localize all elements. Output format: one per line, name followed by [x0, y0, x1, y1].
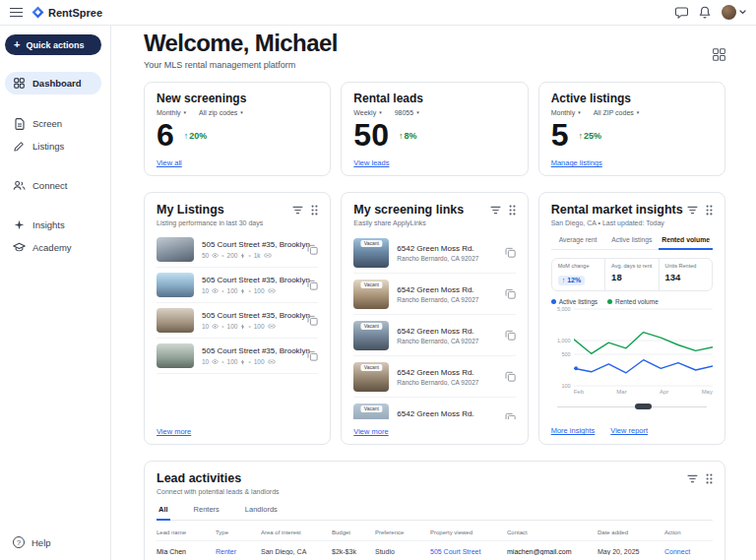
- zip-filter-dropdown[interactable]: 98055 ▾: [395, 109, 419, 116]
- copy-icon[interactable]: [505, 371, 516, 382]
- lead-contact-link[interactable]: miachen@gmail.com: [507, 548, 598, 555]
- sidebar-item-help[interactable]: ? Help: [13, 536, 51, 548]
- quick-actions-button[interactable]: + Quick actions: [5, 34, 101, 55]
- period-filter-dropdown[interactable]: Monthly ▾: [551, 109, 581, 116]
- page-subtitle: Your MLS rental management platform: [144, 60, 338, 70]
- screening-link-row[interactable]: Vacant 6542 Green Moss Rd. Rancho Bernar…: [353, 398, 515, 419]
- stat-card-link[interactable]: View leads: [353, 158, 389, 167]
- account-menu[interactable]: [722, 5, 746, 20]
- listing-row[interactable]: 505 Court Street #35, Brooklyn 10 • 100 …: [157, 303, 318, 339]
- period-filter-dropdown[interactable]: Monthly ▾: [157, 109, 186, 116]
- stat-card-link[interactable]: Manage listings: [551, 158, 602, 167]
- copy-icon[interactable]: [505, 288, 516, 299]
- property-address: 6542 Green Moss Rd.: [397, 244, 496, 253]
- chevron-down-icon: ▾: [184, 110, 187, 115]
- zip-filter-dropdown[interactable]: All zip codes ▾: [199, 109, 243, 116]
- property-city: Rancho Bernardo, CA 92027: [397, 255, 496, 262]
- drag-handle-icon[interactable]: [706, 473, 713, 484]
- card-subtitle: Listing performance in last 30 days: [157, 219, 318, 226]
- copy-icon[interactable]: [307, 244, 318, 255]
- copy-icon[interactable]: [307, 350, 318, 361]
- card-title: My screening links: [353, 203, 464, 217]
- sidebar-item-screen[interactable]: Screen: [0, 113, 110, 134]
- days-to-rent-value: 18: [611, 272, 652, 282]
- property-city: Rancho Bernardo, CA 92027: [397, 338, 496, 344]
- listing-thumbnail: [157, 343, 194, 368]
- bolt-icon: [240, 253, 245, 259]
- filter-icon[interactable]: [687, 206, 698, 215]
- screening-link-row[interactable]: Vacant 6542 Green Moss Rd. Rancho Bernar…: [353, 232, 515, 274]
- screening-link-row[interactable]: Vacant 6542 Green Moss Rd. Rancho Bernar…: [353, 274, 515, 315]
- tab-renters[interactable]: Renters: [192, 502, 221, 521]
- tab-average-rent[interactable]: Average rent: [551, 233, 605, 250]
- sparkle-icon: [13, 219, 26, 230]
- property-thumbnail: Vacant: [353, 362, 389, 392]
- property-viewed-link[interactable]: 505 Court Street: [430, 548, 507, 555]
- main-content: Welcome, Michael Your MLS rental managem…: [111, 26, 756, 560]
- period-filter-dropdown[interactable]: Weekly ▾: [353, 109, 381, 116]
- chart-legend: Active listings Rented volume: [551, 298, 713, 305]
- listing-row[interactable]: 505 Court Street #35, Brooklyn 10 • 100 …: [157, 339, 318, 374]
- brand-logo[interactable]: RentSpree: [32, 6, 102, 19]
- filter-icon[interactable]: [490, 206, 501, 215]
- filter-icon[interactable]: [687, 474, 698, 483]
- drag-handle-icon[interactable]: [311, 205, 318, 216]
- lead-name-link[interactable]: Mia Chen: [157, 548, 216, 555]
- stat-value: 5: [551, 119, 569, 153]
- bell-icon[interactable]: [699, 6, 711, 19]
- copy-icon[interactable]: [307, 280, 318, 290]
- drag-handle-icon[interactable]: [509, 205, 516, 216]
- eye-icon: [212, 324, 219, 329]
- sidebar-item-insights[interactable]: Insights: [0, 215, 110, 235]
- chevron-down-icon: ▾: [240, 110, 243, 115]
- up-arrow-icon: ↑: [562, 277, 566, 283]
- screening-rows: Vacant 6542 Green Moss Rd. Rancho Bernar…: [353, 232, 515, 419]
- chat-icon[interactable]: [675, 7, 688, 19]
- card-subtitle: Connect with potential leads & landlords: [157, 488, 713, 495]
- filter-icon[interactable]: [292, 206, 303, 215]
- view-more-link[interactable]: View more: [353, 427, 388, 436]
- sidebar-item-connect[interactable]: Connect: [0, 175, 110, 196]
- slider-track[interactable]: [557, 406, 707, 408]
- eye-icon: [212, 359, 219, 364]
- more-insights-link[interactable]: More insights: [551, 426, 596, 435]
- menu-icon[interactable]: [10, 7, 23, 18]
- stat-card: Active listings Monthly ▾ All ZIP codes …: [538, 82, 725, 176]
- drag-handle-icon[interactable]: [706, 205, 713, 216]
- tab-all[interactable]: All: [157, 502, 170, 521]
- copy-icon[interactable]: [505, 412, 516, 419]
- sidebar-item-dashboard[interactable]: Dashboard: [5, 72, 101, 94]
- zip-filter-dropdown[interactable]: All ZIP codes ▾: [594, 109, 640, 116]
- document-icon: [13, 118, 26, 130]
- copy-icon[interactable]: [505, 330, 516, 341]
- view-report-link[interactable]: View report: [610, 426, 648, 435]
- tab-active-listings[interactable]: Active listings: [604, 233, 659, 250]
- column-header: Contact: [507, 529, 598, 535]
- lead-type: Renter: [216, 548, 261, 555]
- view-more-link[interactable]: View more: [157, 427, 191, 436]
- lead-area: San Diego, CA: [261, 548, 332, 555]
- customize-dashboard-icon[interactable]: [713, 48, 725, 61]
- slider-handle[interactable]: [635, 404, 652, 409]
- tab-rented-volume[interactable]: Rented volume: [659, 233, 713, 250]
- column-header: Property viewed: [430, 529, 507, 535]
- listing-row[interactable]: 505 Court Street #35, Brooklyn 50 • 200 …: [157, 232, 318, 268]
- stat-card-link[interactable]: View all: [157, 158, 182, 167]
- listing-thumbnail: [157, 237, 194, 262]
- chart-range-slider[interactable]: [557, 403, 707, 410]
- listing-row[interactable]: 505 Court Street #35, Brooklyn 10 • 100 …: [157, 268, 318, 303]
- link-icon: [264, 253, 272, 258]
- copy-icon[interactable]: [505, 247, 516, 258]
- connect-action-link[interactable]: Connect: [664, 548, 713, 555]
- screening-link-row[interactable]: Vacant 6542 Green Moss Rd. Rancho Bernar…: [353, 356, 515, 398]
- x-tick-label: Feb: [574, 389, 584, 395]
- stat-card-title: New screenings: [157, 92, 318, 105]
- column-header: Area of interest: [261, 529, 332, 535]
- screening-link-row[interactable]: Vacant 6542 Green Moss Rd. Rancho Bernar…: [353, 315, 515, 356]
- link-icon: [268, 324, 276, 329]
- sidebar-item-listings[interactable]: Listings: [0, 136, 110, 156]
- sidebar-item-academy[interactable]: Academy: [0, 237, 110, 258]
- copy-icon[interactable]: [307, 315, 318, 326]
- lead-preference: Studio: [375, 548, 430, 555]
- tab-landlords[interactable]: Landlords: [243, 502, 280, 521]
